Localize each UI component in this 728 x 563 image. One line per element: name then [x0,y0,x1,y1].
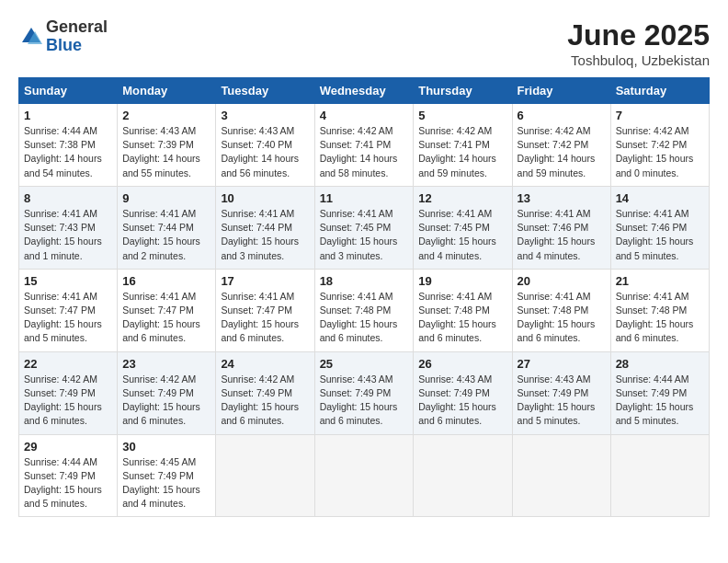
calendar-cell: 24Sunrise: 4:42 AM Sunset: 7:49 PM Dayli… [216,351,314,434]
calendar-cell [414,434,512,517]
calendar-cell: 30Sunrise: 4:45 AM Sunset: 7:49 PM Dayli… [118,434,216,517]
calendar-cell: 3Sunrise: 4:43 AM Sunset: 7:40 PM Daylig… [216,104,314,187]
day-number: 6 [518,109,606,122]
logo: General Blue [18,18,108,55]
weekday-header-saturday: Saturday [610,78,709,104]
day-number: 27 [518,357,606,371]
day-number: 14 [616,191,704,205]
calendar-cell: 10Sunrise: 4:41 AM Sunset: 7:44 PM Dayli… [216,186,314,269]
day-number: 5 [418,109,506,122]
day-info: Sunrise: 4:44 AM Sunset: 7:49 PM Dayligh… [24,455,112,511]
day-info: Sunrise: 4:42 AM Sunset: 7:49 PM Dayligh… [24,373,112,429]
day-number: 26 [418,357,506,371]
calendar-cell: 9Sunrise: 4:41 AM Sunset: 7:44 PM Daylig… [118,186,216,269]
calendar-cell: 8Sunrise: 4:41 AM Sunset: 7:43 PM Daylig… [19,186,118,269]
calendar-cell: 5Sunrise: 4:42 AM Sunset: 7:41 PM Daylig… [414,104,512,187]
calendar-cell: 11Sunrise: 4:41 AM Sunset: 7:45 PM Dayli… [314,186,414,269]
day-info: Sunrise: 4:43 AM Sunset: 7:49 PM Dayligh… [518,373,606,429]
day-number: 24 [221,357,309,371]
calendar-cell [512,434,610,517]
weekday-header-thursday: Thursday [414,78,512,104]
day-number: 28 [616,357,704,371]
calendar-cell: 1Sunrise: 4:44 AM Sunset: 7:38 PM Daylig… [19,104,118,187]
calendar: SundayMondayTuesdayWednesdayThursdayFrid… [18,77,710,517]
day-info: Sunrise: 4:42 AM Sunset: 7:49 PM Dayligh… [221,373,309,429]
calendar-cell: 7Sunrise: 4:42 AM Sunset: 7:42 PM Daylig… [610,104,709,187]
day-number: 18 [320,274,409,288]
day-info: Sunrise: 4:43 AM Sunset: 7:49 PM Dayligh… [320,373,409,429]
day-number: 25 [320,357,409,371]
day-info: Sunrise: 4:41 AM Sunset: 7:44 PM Dayligh… [122,207,210,263]
day-number: 7 [616,109,704,122]
logo-blue: Blue [46,37,108,55]
calendar-cell: 14Sunrise: 4:41 AM Sunset: 7:46 PM Dayli… [610,186,709,269]
weekday-header-sunday: Sunday [19,78,118,104]
weekday-header-wednesday: Wednesday [314,78,414,104]
calendar-cell [314,434,414,517]
weekday-header-monday: Monday [118,78,216,104]
day-info: Sunrise: 4:41 AM Sunset: 7:46 PM Dayligh… [616,207,704,263]
day-info: Sunrise: 4:45 AM Sunset: 7:49 PM Dayligh… [122,455,210,511]
day-info: Sunrise: 4:41 AM Sunset: 7:47 PM Dayligh… [24,290,112,346]
logo-text: General Blue [46,18,108,55]
day-info: Sunrise: 4:42 AM Sunset: 7:42 PM Dayligh… [616,124,704,180]
location: Toshbuloq, Uzbekistan [567,52,710,68]
calendar-cell [610,434,709,517]
calendar-cell: 6Sunrise: 4:42 AM Sunset: 7:42 PM Daylig… [512,104,610,187]
month-title: June 2025 [567,18,710,52]
day-number: 8 [24,191,112,205]
title-block: June 2025 Toshbuloq, Uzbekistan [567,18,710,68]
calendar-cell: 22Sunrise: 4:42 AM Sunset: 7:49 PM Dayli… [19,351,118,434]
day-info: Sunrise: 4:41 AM Sunset: 7:48 PM Dayligh… [616,290,704,346]
calendar-cell: 16Sunrise: 4:41 AM Sunset: 7:47 PM Dayli… [118,269,216,351]
calendar-week-row: 22Sunrise: 4:42 AM Sunset: 7:49 PM Dayli… [19,351,710,434]
day-number: 1 [24,109,112,122]
calendar-cell: 12Sunrise: 4:41 AM Sunset: 7:45 PM Dayli… [414,186,512,269]
day-info: Sunrise: 4:41 AM Sunset: 7:48 PM Dayligh… [418,290,506,346]
day-info: Sunrise: 4:43 AM Sunset: 7:39 PM Dayligh… [122,124,210,180]
weekday-header-friday: Friday [512,78,610,104]
calendar-cell [216,434,314,517]
day-number: 21 [616,274,704,288]
calendar-cell: 19Sunrise: 4:41 AM Sunset: 7:48 PM Dayli… [414,269,512,351]
logo-general: General [46,18,108,37]
day-info: Sunrise: 4:44 AM Sunset: 7:49 PM Dayligh… [616,373,704,429]
day-number: 19 [418,274,506,288]
day-number: 2 [122,109,210,122]
calendar-cell: 26Sunrise: 4:43 AM Sunset: 7:49 PM Dayli… [414,351,512,434]
day-number: 23 [122,357,210,371]
calendar-cell: 20Sunrise: 4:41 AM Sunset: 7:48 PM Dayli… [512,269,610,351]
calendar-week-row: 29Sunrise: 4:44 AM Sunset: 7:49 PM Dayli… [19,434,710,517]
day-info: Sunrise: 4:43 AM Sunset: 7:49 PM Dayligh… [418,373,506,429]
calendar-cell: 4Sunrise: 4:42 AM Sunset: 7:41 PM Daylig… [314,104,414,187]
day-number: 20 [518,274,606,288]
logo-icon [18,24,44,50]
day-number: 12 [418,191,506,205]
day-info: Sunrise: 4:42 AM Sunset: 7:42 PM Dayligh… [518,124,606,180]
weekday-header-tuesday: Tuesday [216,78,314,104]
day-number: 13 [518,191,606,205]
calendar-cell: 28Sunrise: 4:44 AM Sunset: 7:49 PM Dayli… [610,351,709,434]
day-info: Sunrise: 4:41 AM Sunset: 7:47 PM Dayligh… [221,290,309,346]
calendar-cell: 27Sunrise: 4:43 AM Sunset: 7:49 PM Dayli… [512,351,610,434]
calendar-cell: 23Sunrise: 4:42 AM Sunset: 7:49 PM Dayli… [118,351,216,434]
day-info: Sunrise: 4:42 AM Sunset: 7:41 PM Dayligh… [418,124,506,180]
day-info: Sunrise: 4:42 AM Sunset: 7:41 PM Dayligh… [320,124,409,180]
calendar-cell: 29Sunrise: 4:44 AM Sunset: 7:49 PM Dayli… [19,434,118,517]
day-number: 17 [221,274,309,288]
day-number: 3 [221,109,309,122]
day-number: 16 [122,274,210,288]
day-number: 11 [320,191,409,205]
calendar-cell: 15Sunrise: 4:41 AM Sunset: 7:47 PM Dayli… [19,269,118,351]
calendar-cell: 17Sunrise: 4:41 AM Sunset: 7:47 PM Dayli… [216,269,314,351]
calendar-cell: 25Sunrise: 4:43 AM Sunset: 7:49 PM Dayli… [314,351,414,434]
day-number: 22 [24,357,112,371]
day-info: Sunrise: 4:41 AM Sunset: 7:48 PM Dayligh… [320,290,409,346]
calendar-cell: 13Sunrise: 4:41 AM Sunset: 7:46 PM Dayli… [512,186,610,269]
day-info: Sunrise: 4:44 AM Sunset: 7:38 PM Dayligh… [24,124,112,180]
day-info: Sunrise: 4:41 AM Sunset: 7:43 PM Dayligh… [24,207,112,263]
day-number: 30 [122,440,210,454]
day-number: 10 [221,191,309,205]
calendar-week-row: 15Sunrise: 4:41 AM Sunset: 7:47 PM Dayli… [19,269,710,351]
day-number: 29 [24,440,112,454]
